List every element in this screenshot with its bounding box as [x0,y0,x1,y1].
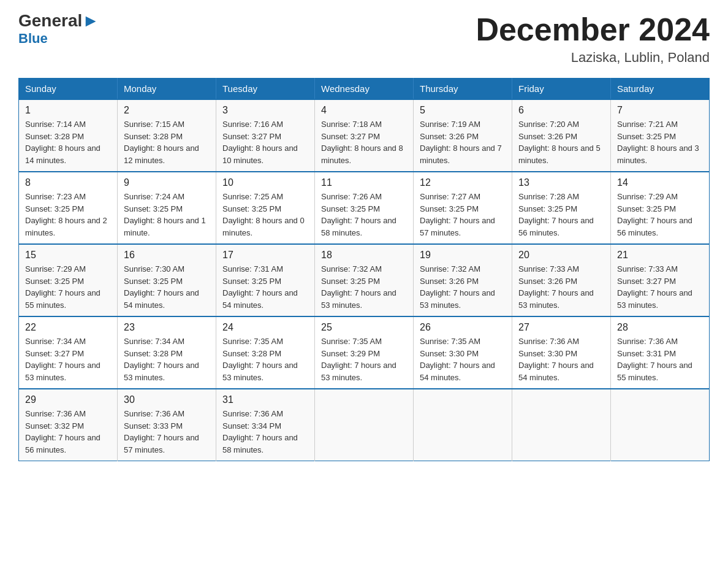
day-info: Sunrise: 7:21 AMSunset: 3:25 PMDaylight:… [617,118,703,166]
logo: General► Blue [18,12,99,47]
day-number: 16 [124,250,210,261]
day-number: 21 [617,250,703,261]
calendar-cell: 30Sunrise: 7:36 AMSunset: 3:33 PMDayligh… [118,389,216,461]
calendar-week-5: 29Sunrise: 7:36 AMSunset: 3:32 PMDayligh… [19,389,710,461]
day-info: Sunrise: 7:27 AMSunset: 3:25 PMDaylight:… [420,191,506,239]
calendar-week-3: 15Sunrise: 7:29 AMSunset: 3:25 PMDayligh… [19,244,710,316]
day-info: Sunrise: 7:32 AMSunset: 3:26 PMDaylight:… [420,263,506,311]
calendar-week-2: 8Sunrise: 7:23 AMSunset: 3:25 PMDaylight… [19,172,710,244]
calendar-cell [512,389,611,461]
col-wednesday: Wednesday [315,79,414,100]
header-row: Sunday Monday Tuesday Wednesday Thursday… [19,79,710,100]
day-info: Sunrise: 7:32 AMSunset: 3:25 PMDaylight:… [321,263,407,311]
calendar-cell: 29Sunrise: 7:36 AMSunset: 3:32 PMDayligh… [19,389,118,461]
logo-general: General► [18,12,99,29]
calendar-cell: 22Sunrise: 7:34 AMSunset: 3:27 PMDayligh… [19,316,118,389]
logo-blue: Blue [18,31,48,47]
day-number: 29 [25,394,111,405]
day-number: 26 [420,322,506,333]
day-info: Sunrise: 7:14 AMSunset: 3:28 PMDaylight:… [25,118,111,166]
col-monday: Monday [118,79,216,100]
day-info: Sunrise: 7:29 AMSunset: 3:25 PMDaylight:… [25,263,111,311]
calendar-cell: 1Sunrise: 7:14 AMSunset: 3:28 PMDaylight… [19,99,118,172]
day-info: Sunrise: 7:33 AMSunset: 3:26 PMDaylight:… [518,263,604,311]
day-info: Sunrise: 7:36 AMSunset: 3:34 PMDaylight:… [222,408,308,456]
calendar-cell [315,389,414,461]
calendar-cell: 7Sunrise: 7:21 AMSunset: 3:25 PMDaylight… [611,99,710,172]
day-number: 23 [124,322,210,333]
day-number: 5 [420,105,506,116]
col-saturday: Saturday [611,79,710,100]
day-number: 3 [222,105,308,116]
calendar-week-1: 1Sunrise: 7:14 AMSunset: 3:28 PMDaylight… [19,99,710,172]
calendar-cell: 10Sunrise: 7:25 AMSunset: 3:25 PMDayligh… [216,172,315,244]
calendar-cell: 15Sunrise: 7:29 AMSunset: 3:25 PMDayligh… [19,244,118,316]
calendar-cell: 23Sunrise: 7:34 AMSunset: 3:28 PMDayligh… [118,316,216,389]
day-number: 11 [321,177,407,188]
day-info: Sunrise: 7:35 AMSunset: 3:28 PMDaylight:… [222,335,308,383]
calendar-cell: 9Sunrise: 7:24 AMSunset: 3:25 PMDaylight… [118,172,216,244]
calendar-cell: 25Sunrise: 7:35 AMSunset: 3:29 PMDayligh… [315,316,414,389]
day-info: Sunrise: 7:36 AMSunset: 3:33 PMDaylight:… [124,408,210,456]
day-info: Sunrise: 7:24 AMSunset: 3:25 PMDaylight:… [124,191,210,239]
day-number: 9 [124,177,210,188]
calendar-cell: 8Sunrise: 7:23 AMSunset: 3:25 PMDaylight… [19,172,118,244]
calendar-cell [414,389,512,461]
day-info: Sunrise: 7:26 AMSunset: 3:25 PMDaylight:… [321,191,407,239]
page-header: General► Blue December 2024 Laziska, Lub… [18,12,710,66]
calendar-cell: 20Sunrise: 7:33 AMSunset: 3:26 PMDayligh… [512,244,611,316]
calendar-cell: 16Sunrise: 7:30 AMSunset: 3:25 PMDayligh… [118,244,216,316]
calendar-cell: 31Sunrise: 7:36 AMSunset: 3:34 PMDayligh… [216,389,315,461]
day-number: 14 [617,177,703,188]
day-number: 7 [617,105,703,116]
calendar-cell: 5Sunrise: 7:19 AMSunset: 3:26 PMDaylight… [414,99,512,172]
day-number: 6 [518,105,604,116]
day-number: 27 [518,322,604,333]
day-info: Sunrise: 7:35 AMSunset: 3:30 PMDaylight:… [420,335,506,383]
day-number: 18 [321,250,407,261]
day-info: Sunrise: 7:36 AMSunset: 3:31 PMDaylight:… [617,335,703,383]
day-number: 13 [518,177,604,188]
calendar-title: December 2024 [476,12,710,47]
calendar-cell: 11Sunrise: 7:26 AMSunset: 3:25 PMDayligh… [315,172,414,244]
calendar-cell: 2Sunrise: 7:15 AMSunset: 3:28 PMDaylight… [118,99,216,172]
day-number: 19 [420,250,506,261]
day-info: Sunrise: 7:34 AMSunset: 3:28 PMDaylight:… [124,335,210,383]
calendar-header: Sunday Monday Tuesday Wednesday Thursday… [19,79,710,100]
calendar-cell: 26Sunrise: 7:35 AMSunset: 3:30 PMDayligh… [414,316,512,389]
day-number: 15 [25,250,111,261]
day-number: 28 [617,322,703,333]
day-number: 30 [124,394,210,405]
day-number: 25 [321,322,407,333]
calendar-body: 1Sunrise: 7:14 AMSunset: 3:28 PMDaylight… [19,99,710,461]
day-info: Sunrise: 7:28 AMSunset: 3:25 PMDaylight:… [518,191,604,239]
day-info: Sunrise: 7:19 AMSunset: 3:26 PMDaylight:… [420,118,506,166]
calendar-cell [611,389,710,461]
day-info: Sunrise: 7:25 AMSunset: 3:25 PMDaylight:… [222,191,308,239]
calendar-cell: 28Sunrise: 7:36 AMSunset: 3:31 PMDayligh… [611,316,710,389]
col-sunday: Sunday [19,79,118,100]
day-info: Sunrise: 7:34 AMSunset: 3:27 PMDaylight:… [25,335,111,383]
day-info: Sunrise: 7:30 AMSunset: 3:25 PMDaylight:… [124,263,210,311]
calendar-cell: 27Sunrise: 7:36 AMSunset: 3:30 PMDayligh… [512,316,611,389]
day-number: 24 [222,322,308,333]
day-info: Sunrise: 7:15 AMSunset: 3:28 PMDaylight:… [124,118,210,166]
day-number: 31 [222,394,308,405]
day-number: 4 [321,105,407,116]
calendar-cell: 19Sunrise: 7:32 AMSunset: 3:26 PMDayligh… [414,244,512,316]
day-number: 20 [518,250,604,261]
col-thursday: Thursday [414,79,512,100]
day-number: 2 [124,105,210,116]
col-friday: Friday [512,79,611,100]
day-number: 1 [25,105,111,116]
calendar-week-4: 22Sunrise: 7:34 AMSunset: 3:27 PMDayligh… [19,316,710,389]
logo-triangle-shape: ► [82,11,99,30]
day-number: 10 [222,177,308,188]
calendar-cell: 3Sunrise: 7:16 AMSunset: 3:27 PMDaylight… [216,99,315,172]
calendar-cell: 17Sunrise: 7:31 AMSunset: 3:25 PMDayligh… [216,244,315,316]
day-info: Sunrise: 7:16 AMSunset: 3:27 PMDaylight:… [222,118,308,166]
day-number: 17 [222,250,308,261]
day-info: Sunrise: 7:33 AMSunset: 3:27 PMDaylight:… [617,263,703,311]
calendar-cell: 6Sunrise: 7:20 AMSunset: 3:26 PMDaylight… [512,99,611,172]
day-info: Sunrise: 7:36 AMSunset: 3:30 PMDaylight:… [518,335,604,383]
